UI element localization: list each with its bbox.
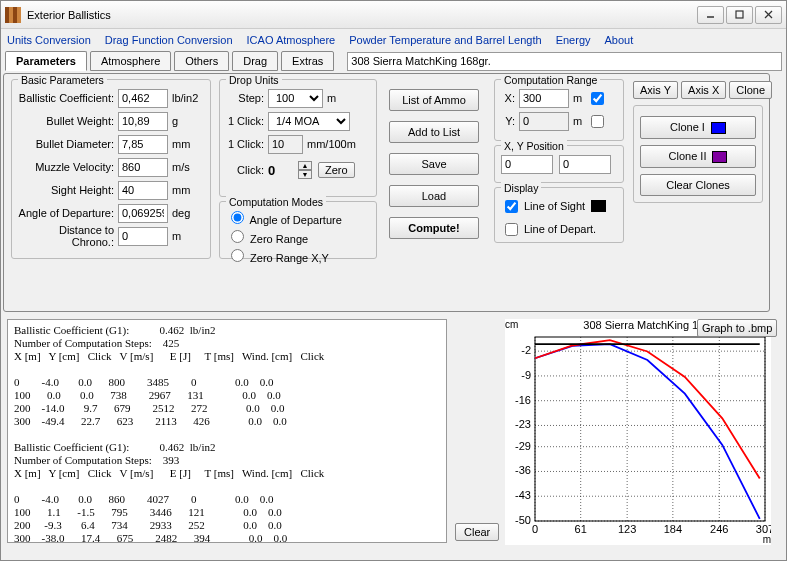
zero-button[interactable]: Zero [318, 162, 355, 178]
clone-group: Clone I Clone II Clear Clones [633, 105, 763, 203]
xy-position-group: X, Y Position [494, 145, 624, 183]
menu-units-conversion[interactable]: Units Conversion [7, 34, 91, 46]
ammo-name-field[interactable] [347, 52, 782, 71]
clone1-button[interactable]: Clone I [640, 116, 756, 139]
distance-chrono-input[interactable] [118, 227, 168, 246]
tab-row: Parameters Atmosphere Others Drag Extras [5, 51, 782, 71]
load-button[interactable]: Load [389, 185, 479, 207]
click-value: 0 [268, 163, 298, 178]
click2-input [268, 135, 303, 154]
tab-atmosphere[interactable]: Atmosphere [90, 51, 171, 71]
range-x-input[interactable] [519, 89, 569, 108]
svg-text:-9: -9 [521, 369, 531, 381]
los-color-swatch[interactable] [591, 200, 606, 212]
svg-text:246: 246 [710, 523, 728, 535]
svg-text:-29: -29 [515, 440, 531, 452]
minimize-button[interactable] [697, 6, 724, 24]
computation-range-group: Computation Range X:m Y:m [494, 79, 624, 141]
svg-text:-2: -2 [521, 344, 531, 356]
sight-height-input[interactable] [118, 181, 168, 200]
click1-select[interactable]: 1/4 MOA [268, 112, 350, 131]
basic-parameters-group: Basic Parameters Ballistic Coefficient:l… [11, 79, 211, 259]
bullet-diameter-input[interactable] [118, 135, 168, 154]
clone2-color-swatch [712, 151, 727, 163]
tab-drag[interactable]: Drag [232, 51, 278, 71]
svg-text:61: 61 [575, 523, 587, 535]
line-of-sight-checkbox[interactable] [505, 200, 518, 213]
results-text[interactable]: Ballistic Coefficient (G1): 0.462 lb/in2… [7, 319, 447, 543]
maximize-button[interactable] [726, 6, 753, 24]
menu-about[interactable]: About [605, 34, 634, 46]
axis-x-button[interactable]: Axis X [681, 81, 726, 99]
xy-y-input[interactable] [559, 155, 611, 174]
range-y-checkbox[interactable] [591, 115, 604, 128]
svg-rect-1 [736, 11, 743, 18]
clone1-color-swatch [711, 122, 726, 134]
clear-clones-button[interactable]: Clear Clones [640, 174, 756, 196]
tab-parameters[interactable]: Parameters [5, 51, 87, 71]
svg-text:123: 123 [618, 523, 636, 535]
svg-text:0: 0 [532, 523, 538, 535]
tab-others[interactable]: Others [174, 51, 229, 71]
svg-text:-43: -43 [515, 489, 531, 501]
bullet-weight-input[interactable] [118, 112, 168, 131]
close-button[interactable] [755, 6, 782, 24]
menu-icao[interactable]: ICAO Atmosphere [247, 34, 336, 46]
mode-zero-range-radio[interactable] [231, 230, 244, 243]
menu-powder-temp[interactable]: Powder Temperature and Barrel Length [349, 34, 541, 46]
titlebar: Exterior Ballistics [1, 1, 786, 29]
axis-y-button[interactable]: Axis Y [633, 81, 678, 99]
spin-up-icon: ▲ [298, 161, 312, 170]
spin-down-icon: ▼ [298, 170, 312, 179]
angle-departure-input[interactable] [118, 204, 168, 223]
clone2-button[interactable]: Clone II [640, 145, 756, 168]
svg-text:-16: -16 [515, 394, 531, 406]
display-group: Display Line of Sight Line of Depart. [494, 187, 624, 243]
app-icon [5, 7, 21, 23]
clear-button[interactable]: Clear [455, 523, 499, 541]
svg-text:-23: -23 [515, 418, 531, 430]
svg-text:-50: -50 [515, 514, 531, 526]
menubar: Units Conversion Drag Function Conversio… [1, 29, 786, 51]
window-title: Exterior Ballistics [27, 9, 695, 21]
svg-text:184: 184 [664, 523, 682, 535]
mode-angle-radio[interactable] [231, 211, 244, 224]
computation-modes-group: Computation Modes Angle of Departure Zer… [219, 201, 377, 259]
step-select[interactable]: 100 [268, 89, 323, 108]
menu-drag-function[interactable]: Drag Function Conversion [105, 34, 233, 46]
menu-energy[interactable]: Energy [556, 34, 591, 46]
svg-rect-32 [535, 337, 765, 521]
save-button[interactable]: Save [389, 153, 479, 175]
add-to-list-button[interactable]: Add to List [389, 121, 479, 143]
compute-button[interactable]: Compute! [389, 217, 479, 239]
svg-text:-36: -36 [515, 464, 531, 476]
xy-x-input[interactable] [501, 155, 553, 174]
clone-button[interactable]: Clone [729, 81, 772, 99]
muzzle-velocity-input[interactable] [118, 158, 168, 177]
range-x-checkbox[interactable] [591, 92, 604, 105]
click-spinner[interactable]: ▲▼ [298, 161, 312, 179]
list-of-ammo-button[interactable]: List of Ammo [389, 89, 479, 111]
tab-extras[interactable]: Extras [281, 51, 334, 71]
graph-to-bmp-button[interactable]: Graph to .bmp [697, 319, 777, 337]
ballistic-coefficient-input[interactable] [118, 89, 168, 108]
range-y-input [519, 112, 569, 131]
drop-units-group: Drop Units Step:100m 1 Click:1/4 MOA 1 C… [219, 79, 377, 197]
trajectory-chart: cm 308 Sierra MatchKing 168gr. 061123184… [505, 319, 771, 545]
mode-zero-range-xy-radio[interactable] [231, 249, 244, 262]
line-of-depart-checkbox[interactable] [505, 223, 518, 236]
